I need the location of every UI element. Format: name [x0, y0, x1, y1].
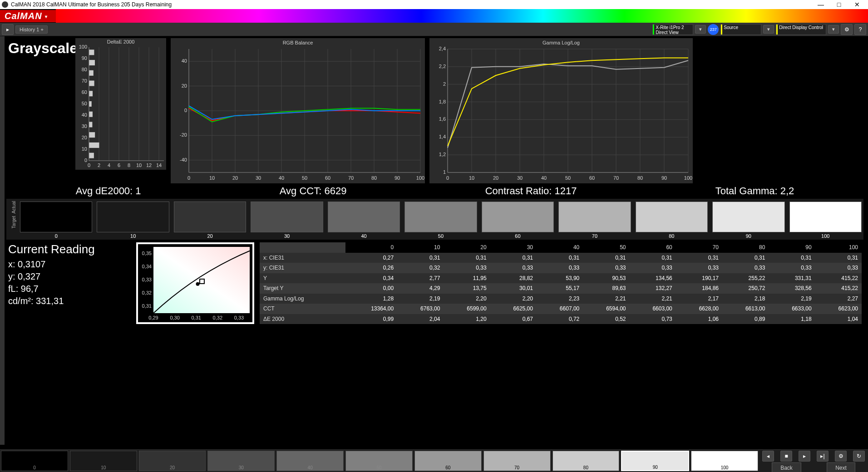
- bottom-swatch[interactable]: 80: [552, 451, 620, 471]
- settings-small-button[interactable]: ⚙: [835, 451, 847, 462]
- maximize-button[interactable]: □: [830, 1, 848, 8]
- back-button[interactable]: Back: [772, 462, 801, 472]
- repeat-button[interactable]: ↻: [853, 451, 865, 462]
- add-icon: +: [40, 27, 43, 32]
- svg-text:-20: -20: [180, 132, 187, 138]
- svg-text:80: 80: [371, 175, 377, 181]
- bottom-swatch[interactable]: 30: [207, 451, 275, 471]
- swatch-label: 80: [669, 232, 674, 239]
- swatch-label: 40: [361, 232, 366, 239]
- svg-text:20: 20: [182, 83, 187, 88]
- swatch: 100: [789, 202, 862, 239]
- reading-row: Current Reading x: 0,3107 y: 0,327 fL: 9…: [6, 240, 863, 327]
- svg-text:10: 10: [469, 175, 474, 181]
- svg-text:10: 10: [209, 175, 215, 181]
- bottom-swatch[interactable]: 90: [621, 451, 689, 471]
- swatch-box: [482, 202, 554, 232]
- source-caret[interactable]: ▾: [763, 25, 774, 34]
- svg-text:1,2: 1,2: [439, 152, 446, 157]
- swatch-box: [251, 202, 323, 232]
- svg-text:30: 30: [256, 175, 261, 181]
- prev-step-button[interactable]: ◂: [762, 451, 774, 462]
- bottom-swatch[interactable]: 20: [139, 451, 206, 471]
- play-button[interactable]: ▸: [799, 451, 810, 462]
- svg-text:0,32: 0,32: [213, 315, 222, 320]
- svg-text:10: 10: [82, 146, 87, 152]
- svg-text:40: 40: [82, 112, 87, 118]
- svg-text:90: 90: [395, 175, 400, 181]
- svg-text:-40: -40: [180, 157, 187, 162]
- chart-row: Grayscale DeltaE 20000102030405060708090…: [6, 38, 863, 183]
- swatch: 60: [482, 202, 554, 239]
- help-button[interactable]: ?: [854, 24, 866, 35]
- toolbar: ▸ History 1 + X-Rite i1Pro 2 Direct View…: [0, 23, 868, 36]
- avg-de-stat: Avg dE2000: 1: [76, 185, 141, 197]
- next-button[interactable]: Next: [827, 462, 855, 472]
- svg-text:50: 50: [565, 175, 571, 181]
- panel-toggle-button[interactable]: ▸: [2, 24, 14, 35]
- swatch-box: [20, 202, 92, 232]
- svg-text:0: 0: [187, 175, 190, 181]
- settings-button[interactable]: ⚙: [841, 24, 853, 35]
- bottom-swatch[interactable]: 100: [691, 451, 758, 471]
- circle-indicator[interactable]: 237: [708, 24, 719, 35]
- history-tab[interactable]: History 1 +: [15, 25, 48, 34]
- swatch: 30: [251, 202, 323, 239]
- swatch-box: [97, 202, 169, 232]
- svg-rect-29: [89, 143, 99, 148]
- svg-text:0,34: 0,34: [142, 264, 152, 269]
- brand-menu[interactable]: CalMAN: [0, 10, 56, 22]
- swatch-box: [558, 202, 631, 232]
- page-title: Grayscale: [6, 38, 70, 59]
- svg-text:100: 100: [79, 44, 87, 49]
- swatch-box: [789, 202, 862, 232]
- bottom-swatch[interactable]: 60: [414, 451, 482, 471]
- svg-rect-36: [89, 70, 94, 76]
- svg-text:80: 80: [637, 175, 643, 181]
- svg-text:RGB Balance: RGB Balance: [283, 40, 313, 45]
- help-icon: ?: [859, 26, 862, 33]
- bottom-swatch[interactable]: 40: [276, 451, 344, 471]
- bottom-swatch[interactable]: 0: [1, 451, 68, 471]
- svg-text:70: 70: [613, 175, 619, 181]
- window-title: CalMAN 2018 CalMAN Ultimate for Business…: [11, 1, 172, 8]
- ddc-caret[interactable]: ▾: [828, 25, 839, 34]
- svg-text:0,31: 0,31: [142, 303, 152, 309]
- bottom-swatch[interactable]: 50: [345, 451, 413, 471]
- svg-rect-33: [89, 101, 92, 107]
- meter-caret[interactable]: ▾: [695, 25, 706, 34]
- meter-dropdown[interactable]: X-Rite i1Pro 2 Direct View: [652, 24, 693, 35]
- svg-text:0,29: 0,29: [148, 315, 158, 320]
- swatch-box: [636, 202, 708, 232]
- source-dropdown[interactable]: Source: [720, 24, 761, 35]
- swatch-label: 90: [746, 232, 751, 239]
- svg-rect-32: [89, 112, 93, 117]
- svg-rect-117: [153, 247, 250, 313]
- rgb-balance-chart: RGB Balance-40-2002040010203040506070809…: [171, 38, 425, 183]
- stop-button[interactable]: ■: [780, 451, 792, 462]
- deltae-chart: DeltaE 200001020304050607080901000246810…: [75, 38, 166, 170]
- svg-text:0: 0: [84, 157, 87, 163]
- svg-text:DeltaE 2000: DeltaE 2000: [107, 39, 135, 44]
- svg-point-129: [196, 282, 200, 286]
- bottom-swatch[interactable]: 70: [483, 451, 551, 471]
- swatch-box: [174, 202, 246, 232]
- bottom-swatch[interactable]: 10: [70, 451, 137, 471]
- svg-text:0: 0: [88, 162, 90, 168]
- svg-text:30: 30: [517, 175, 523, 181]
- swatch: 40: [328, 202, 400, 239]
- svg-text:0,33: 0,33: [142, 277, 152, 282]
- ddc-dropdown[interactable]: Direct Display Control: [776, 24, 826, 35]
- minimize-button[interactable]: —: [812, 1, 830, 8]
- svg-text:0,35: 0,35: [142, 251, 152, 256]
- svg-rect-28: [89, 153, 94, 158]
- svg-rect-30: [89, 132, 95, 138]
- next-step-button[interactable]: ▸|: [817, 451, 829, 462]
- svg-text:50: 50: [302, 175, 307, 181]
- svg-text:20: 20: [493, 175, 498, 181]
- close-button[interactable]: ✕: [848, 1, 866, 8]
- svg-text:0,31: 0,31: [192, 315, 201, 320]
- svg-text:0: 0: [184, 108, 187, 113]
- svg-text:50: 50: [82, 101, 87, 106]
- swatch-label: 100: [821, 232, 829, 239]
